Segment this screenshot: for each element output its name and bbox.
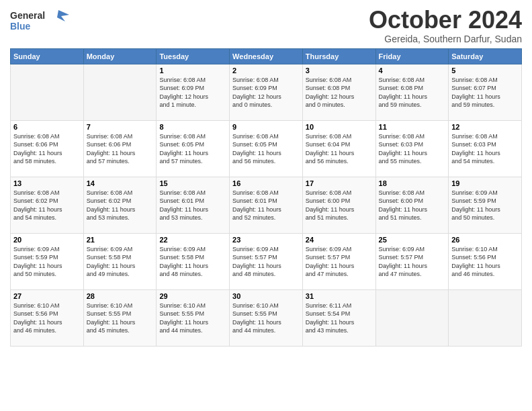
header: General Blue October 2024 Gereida, South… bbox=[10, 7, 522, 44]
day-detail: Sunrise: 6:08 AM Sunset: 6:08 PM Dayligh… bbox=[379, 76, 446, 109]
day-number: 30 bbox=[232, 292, 300, 300]
day-number: 1 bbox=[159, 66, 226, 75]
day-number: 10 bbox=[306, 123, 373, 131]
day-number: 17 bbox=[306, 179, 373, 187]
calendar-cell: 13Sunrise: 6:08 AM Sunset: 6:02 PM Dayli… bbox=[11, 177, 84, 233]
day-number: 4 bbox=[379, 66, 446, 75]
page-title: October 2024 bbox=[369, 7, 522, 34]
day-number: 16 bbox=[232, 179, 300, 187]
day-detail: Sunrise: 6:08 AM Sunset: 6:02 PM Dayligh… bbox=[87, 189, 154, 222]
calendar-cell: 4Sunrise: 6:08 AM Sunset: 6:08 PM Daylig… bbox=[375, 64, 449, 120]
svg-text:General: General bbox=[10, 10, 45, 21]
day-number: 13 bbox=[13, 179, 81, 187]
day-number: 18 bbox=[379, 179, 446, 187]
calendar-week-5: 27Sunrise: 6:10 AM Sunset: 5:56 PM Dayli… bbox=[11, 289, 522, 346]
calendar-body: 1Sunrise: 6:08 AM Sunset: 6:09 PM Daylig… bbox=[11, 64, 522, 346]
day-number: 20 bbox=[13, 236, 81, 244]
day-number: 5 bbox=[451, 66, 519, 75]
day-detail: Sunrise: 6:11 AM Sunset: 5:54 PM Dayligh… bbox=[306, 302, 373, 335]
day-detail: Sunrise: 6:08 AM Sunset: 6:03 PM Dayligh… bbox=[451, 132, 519, 166]
day-detail: Sunrise: 6:08 AM Sunset: 6:04 PM Dayligh… bbox=[306, 132, 373, 166]
calendar-cell: 25Sunrise: 6:09 AM Sunset: 5:57 PM Dayli… bbox=[375, 233, 449, 289]
calendar-cell: 28Sunrise: 6:10 AM Sunset: 5:55 PM Dayli… bbox=[83, 289, 157, 346]
day-detail: Sunrise: 6:09 AM Sunset: 5:59 PM Dayligh… bbox=[13, 245, 81, 279]
weekday-header-wednesday: Wednesday bbox=[230, 48, 303, 64]
calendar-cell: 8Sunrise: 6:08 AM Sunset: 6:05 PM Daylig… bbox=[157, 120, 230, 177]
calendar-cell bbox=[449, 289, 522, 346]
calendar-cell: 18Sunrise: 6:08 AM Sunset: 6:00 PM Dayli… bbox=[375, 177, 449, 233]
day-detail: Sunrise: 6:08 AM Sunset: 6:05 PM Dayligh… bbox=[232, 132, 300, 166]
weekday-header-tuesday: Tuesday bbox=[157, 48, 230, 64]
day-number: 9 bbox=[232, 123, 300, 131]
day-number: 7 bbox=[87, 123, 154, 131]
weekday-header-saturday: Saturday bbox=[449, 48, 522, 64]
weekday-header-monday: Monday bbox=[83, 48, 157, 64]
calendar-cell bbox=[83, 64, 157, 120]
calendar-cell: 21Sunrise: 6:09 AM Sunset: 5:58 PM Dayli… bbox=[83, 233, 157, 289]
day-number: 28 bbox=[87, 292, 154, 300]
day-number: 15 bbox=[159, 179, 226, 187]
day-detail: Sunrise: 6:08 AM Sunset: 6:05 PM Dayligh… bbox=[159, 132, 226, 166]
day-detail: Sunrise: 6:08 AM Sunset: 6:00 PM Dayligh… bbox=[306, 189, 373, 222]
calendar-cell: 15Sunrise: 6:08 AM Sunset: 6:01 PM Dayli… bbox=[157, 177, 230, 233]
calendar-cell: 5Sunrise: 6:08 AM Sunset: 6:07 PM Daylig… bbox=[449, 64, 522, 120]
calendar-cell: 29Sunrise: 6:10 AM Sunset: 5:55 PM Dayli… bbox=[157, 289, 230, 346]
day-number: 14 bbox=[87, 179, 154, 187]
day-number: 24 bbox=[306, 236, 373, 244]
day-detail: Sunrise: 6:08 AM Sunset: 6:07 PM Dayligh… bbox=[451, 76, 519, 109]
day-number: 2 bbox=[232, 66, 300, 75]
calendar-cell bbox=[11, 64, 84, 120]
calendar-week-3: 13Sunrise: 6:08 AM Sunset: 6:02 PM Dayli… bbox=[11, 177, 522, 233]
calendar-cell: 31Sunrise: 6:11 AM Sunset: 5:54 PM Dayli… bbox=[302, 289, 375, 346]
day-number: 19 bbox=[451, 179, 519, 187]
calendar-cell: 17Sunrise: 6:08 AM Sunset: 6:00 PM Dayli… bbox=[302, 177, 375, 233]
calendar-header: SundayMondayTuesdayWednesdayThursdayFrid… bbox=[11, 48, 522, 64]
page-container: General Blue October 2024 Gereida, South… bbox=[0, 0, 532, 350]
calendar-cell: 16Sunrise: 6:08 AM Sunset: 6:01 PM Dayli… bbox=[230, 177, 303, 233]
day-detail: Sunrise: 6:09 AM Sunset: 5:59 PM Dayligh… bbox=[451, 189, 519, 222]
day-detail: Sunrise: 6:08 AM Sunset: 6:02 PM Dayligh… bbox=[13, 189, 81, 222]
day-detail: Sunrise: 6:08 AM Sunset: 6:00 PM Dayligh… bbox=[379, 189, 446, 222]
day-detail: Sunrise: 6:08 AM Sunset: 6:01 PM Dayligh… bbox=[159, 189, 226, 222]
calendar-table: SundayMondayTuesdayWednesdayThursdayFrid… bbox=[10, 48, 522, 347]
logo-svg: General Blue bbox=[10, 7, 71, 34]
calendar-cell: 26Sunrise: 6:10 AM Sunset: 5:56 PM Dayli… bbox=[449, 233, 522, 289]
day-number: 29 bbox=[159, 292, 226, 300]
calendar-cell: 11Sunrise: 6:08 AM Sunset: 6:03 PM Dayli… bbox=[375, 120, 449, 177]
day-number: 26 bbox=[451, 236, 519, 244]
weekday-header-thursday: Thursday bbox=[302, 48, 375, 64]
day-detail: Sunrise: 6:10 AM Sunset: 5:56 PM Dayligh… bbox=[13, 302, 81, 335]
day-number: 11 bbox=[379, 123, 446, 131]
day-detail: Sunrise: 6:09 AM Sunset: 5:57 PM Dayligh… bbox=[379, 245, 446, 279]
day-detail: Sunrise: 6:10 AM Sunset: 5:56 PM Dayligh… bbox=[451, 245, 519, 279]
calendar-cell: 20Sunrise: 6:09 AM Sunset: 5:59 PM Dayli… bbox=[11, 233, 84, 289]
calendar-cell: 10Sunrise: 6:08 AM Sunset: 6:04 PM Dayli… bbox=[302, 120, 375, 177]
day-detail: Sunrise: 6:08 AM Sunset: 6:09 PM Dayligh… bbox=[232, 76, 300, 109]
calendar-cell: 19Sunrise: 6:09 AM Sunset: 5:59 PM Dayli… bbox=[449, 177, 522, 233]
calendar-cell: 6Sunrise: 6:08 AM Sunset: 6:06 PM Daylig… bbox=[11, 120, 84, 177]
day-detail: Sunrise: 6:09 AM Sunset: 5:57 PM Dayligh… bbox=[306, 245, 373, 279]
day-number: 23 bbox=[232, 236, 300, 244]
calendar-cell: 30Sunrise: 6:10 AM Sunset: 5:55 PM Dayli… bbox=[230, 289, 303, 346]
calendar-week-2: 6Sunrise: 6:08 AM Sunset: 6:06 PM Daylig… bbox=[11, 120, 522, 177]
calendar-cell: 3Sunrise: 6:08 AM Sunset: 6:08 PM Daylig… bbox=[302, 64, 375, 120]
day-detail: Sunrise: 6:08 AM Sunset: 6:06 PM Dayligh… bbox=[13, 132, 81, 166]
day-detail: Sunrise: 6:10 AM Sunset: 5:55 PM Dayligh… bbox=[87, 302, 154, 335]
calendar-cell bbox=[375, 289, 449, 346]
calendar-cell: 1Sunrise: 6:08 AM Sunset: 6:09 PM Daylig… bbox=[157, 64, 230, 120]
day-number: 3 bbox=[306, 66, 373, 75]
day-detail: Sunrise: 6:10 AM Sunset: 5:55 PM Dayligh… bbox=[159, 302, 226, 335]
day-number: 12 bbox=[451, 123, 519, 131]
svg-text:Blue: Blue bbox=[10, 21, 31, 32]
calendar-cell: 24Sunrise: 6:09 AM Sunset: 5:57 PM Dayli… bbox=[302, 233, 375, 289]
weekday-header-row: SundayMondayTuesdayWednesdayThursdayFrid… bbox=[11, 48, 522, 64]
day-number: 8 bbox=[159, 123, 226, 131]
calendar-week-1: 1Sunrise: 6:08 AM Sunset: 6:09 PM Daylig… bbox=[11, 64, 522, 120]
day-detail: Sunrise: 6:08 AM Sunset: 6:08 PM Dayligh… bbox=[306, 76, 373, 109]
logo: General Blue bbox=[10, 7, 71, 36]
calendar-cell: 14Sunrise: 6:08 AM Sunset: 6:02 PM Dayli… bbox=[83, 177, 157, 233]
calendar-cell: 27Sunrise: 6:10 AM Sunset: 5:56 PM Dayli… bbox=[11, 289, 84, 346]
svg-marker-2 bbox=[57, 10, 69, 21]
day-number: 22 bbox=[159, 236, 226, 244]
day-number: 31 bbox=[306, 292, 373, 300]
